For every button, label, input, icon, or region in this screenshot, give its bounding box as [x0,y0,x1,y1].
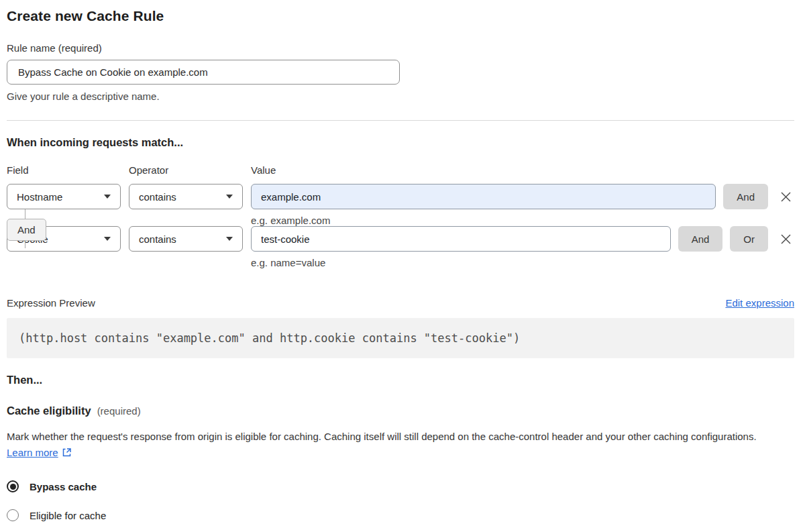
row-2-buttons: And Or [678,226,794,252]
remove-row-2-button[interactable] [777,231,794,248]
remove-row-1-button[interactable] [777,189,794,205]
expression-code: (http.host contains "example.com" and ht… [19,331,520,345]
rule-name-helper: Give your rule a descriptive name. [7,91,794,102]
close-icon [780,233,792,246]
operator-select-2[interactable]: contains [129,226,243,252]
required-note: (required) [97,405,141,417]
section-divider [7,120,794,121]
radio-eligible-for-cache[interactable]: Eligible for cache [7,509,794,521]
value-input-1[interactable] [251,184,716,209]
match-section-heading: When incoming requests match... [7,136,794,149]
field-select-1-value: Hostname [17,191,62,203]
operator-select-1-value: contains [139,191,176,203]
external-link-icon [62,446,72,462]
radio-dot [10,484,16,490]
radio-bypass-cache[interactable]: Bypass cache [7,480,794,492]
expression-preview-label: Expression Preview [7,297,95,309]
expression-header: Expression Preview Edit expression [7,297,794,309]
operator-select-1[interactable]: contains [129,184,243,209]
cache-eligibility-description: Mark whether the request's response from… [7,429,785,462]
or-button-row-2[interactable]: Or [730,226,768,252]
rule-name-label: Rule name (required) [7,42,794,54]
value-column-1: e.g. example.com [251,184,716,226]
field-column-label: Field [7,164,129,176]
edit-expression-link[interactable]: Edit expression [725,297,794,309]
match-column-labels: Field Operator Value [7,164,794,176]
expression-code-block: (http.host contains "example.com" and ht… [7,318,794,358]
learn-more-link[interactable]: Learn more [7,447,72,458]
create-cache-rule-page: Create new Cache Rule Rule name (require… [0,0,805,532]
match-row-1: Hostname contains e.g. example.com And [7,184,794,226]
value-column-2: e.g. name=value [251,226,671,268]
value-input-2[interactable] [251,226,671,252]
description-text: Mark whether the request's response from… [7,431,757,442]
chevron-down-icon [226,237,233,241]
operator-column-label: Operator [129,164,251,176]
cache-eligibility-header: Cache eligibility (required) [7,405,794,417]
match-rows: Hostname contains e.g. example.com And [7,184,794,268]
chevron-down-icon [226,195,233,199]
and-button-row-1[interactable]: And [723,184,768,209]
operator-select-2-value: contains [139,233,176,245]
radio-selected-icon[interactable] [7,480,19,492]
learn-more-label: Learn more [7,447,58,458]
radio-bypass-cache-label: Bypass cache [30,481,97,492]
value-hint-2: e.g. name=value [251,257,671,268]
and-connector-button[interactable]: And [7,219,46,241]
value-hint-1: e.g. example.com [251,215,716,226]
then-heading: Then... [7,374,794,386]
chevron-down-icon [104,195,111,199]
page-title: Create new Cache Rule [7,8,794,24]
row-1-buttons: And [723,184,794,209]
rule-name-input[interactable] [7,60,400,85]
match-row-2: Cookie contains e.g. name=value And Or [7,226,794,268]
radio-unselected-icon[interactable] [7,509,19,521]
value-column-label: Value [251,164,276,176]
chevron-down-icon [104,237,111,241]
radio-eligible-for-cache-label: Eligible for cache [30,510,106,521]
cache-eligibility-heading: Cache eligibility [7,405,91,417]
field-select-1[interactable]: Hostname [7,184,121,209]
and-button-row-2[interactable]: And [678,226,723,252]
close-icon [780,191,792,203]
